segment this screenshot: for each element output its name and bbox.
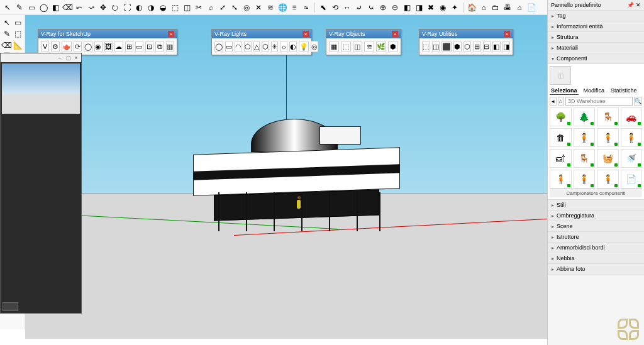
vray-button[interactable]: ◯ [84, 41, 92, 52]
vray-button[interactable]: 🫖 [62, 41, 72, 52]
toolbar-button[interactable]: ✎ [14, 3, 25, 13]
toolbar-button[interactable]: ⌫ [62, 3, 72, 13]
close-icon[interactable]: × [168, 31, 174, 37]
viewport-3d[interactable]: V-Ray for SketchUp × V⚙🫖⟳◯◉🖼☁⊞▭⊡⧉▥ V-Ray… [25, 15, 547, 339]
vray-button[interactable]: ⬚ [422, 41, 430, 52]
vray-button[interactable]: ⬢ [388, 41, 398, 52]
toolbar-button[interactable]: ◫ [182, 3, 192, 13]
nav-back-icon[interactable]: ◂ [550, 97, 557, 106]
render-preview[interactable] [2, 63, 80, 114]
toolbar-button[interactable]: ◎ [242, 3, 252, 13]
component-thumb[interactable]: 🌲 [574, 107, 596, 126]
component-thumb[interactable]: 🌳 [550, 107, 572, 126]
toolbar-button[interactable]: ⊕ [378, 3, 388, 13]
vray-button[interactable]: ▦ [329, 41, 339, 52]
vray-button[interactable]: ▭ [225, 41, 233, 52]
toolbar-button[interactable]: ◒ [158, 3, 168, 13]
toolbar-button[interactable]: ⤾ [354, 3, 364, 13]
toolbar-button[interactable]: ≋ [265, 3, 275, 13]
toolbar-button[interactable]: ◉ [438, 3, 448, 13]
vray-button[interactable]: ✳ [271, 41, 278, 52]
toolbar-button[interactable]: ◯ [38, 3, 48, 13]
vray-utilities-toolbar[interactable]: V-Ray Utilities × ⬚◫⬛⬢⬡⊞⊟◧◨ [419, 29, 513, 55]
accordion-item[interactable]: Abbina foto [548, 264, 644, 275]
accordion-item[interactable]: Stili [548, 200, 644, 211]
vray-button[interactable]: ◯ [214, 41, 223, 52]
vray-button[interactable]: ⬠ [244, 41, 252, 52]
accordion-item[interactable]: Informazioni entità [548, 21, 644, 32]
accordion-item[interactable]: Materiali [548, 43, 644, 53]
component-thumb[interactable]: 🛋 [550, 149, 572, 168]
close-icon[interactable]: × [504, 31, 510, 37]
component-thumb[interactable]: 🧍 [574, 170, 596, 189]
vray-objects-toolbar[interactable]: V-Ray Objects × ▦⬚◫≋🌿⬢ [326, 29, 401, 55]
tool-button[interactable]: 📐 [13, 40, 23, 50]
toolbar-button[interactable]: ⊖ [390, 3, 400, 13]
vray-button[interactable]: ◎ [311, 41, 318, 52]
component-thumb[interactable]: 🚗 [621, 107, 643, 126]
vray-button[interactable]: ◠ [235, 41, 242, 52]
toolbar-button[interactable]: ⛶ [122, 3, 132, 13]
toolbar-button[interactable]: ⟲ [330, 3, 340, 13]
component-thumb[interactable]: 🪑 [597, 107, 619, 126]
accordion-item[interactable]: Struttura [548, 32, 644, 43]
component-search-input[interactable] [565, 97, 633, 106]
toolbar-button[interactable]: ✥ [98, 3, 108, 13]
toolbar-button[interactable]: 🗀 [491, 3, 501, 13]
vray-button[interactable]: ⬛ [441, 41, 452, 52]
close-icon[interactable]: × [303, 31, 309, 37]
accordion-item[interactable]: Tag [548, 11, 644, 21]
vray-lights-toolbar[interactable]: V-Ray Lights × ◯▭◠⬠△⬡✳☼◐💡◎ [211, 29, 312, 55]
fb-titlebar[interactable]: – ◻ × [1, 53, 81, 62]
toolbar-button[interactable]: ⌕ [206, 3, 216, 13]
toolbar-button[interactable]: ≡ [289, 3, 299, 13]
component-thumb[interactable]: 🧺 [597, 149, 619, 168]
toolbar-button[interactable]: ⤺ [74, 3, 84, 13]
toolbar-button[interactable]: ✂ [194, 3, 204, 13]
vray-button[interactable]: ⚙ [51, 41, 59, 52]
toolbar-button[interactable]: ✕ [253, 3, 264, 13]
component-thumb[interactable]: 📄 [621, 170, 643, 189]
tool-button[interactable]: ⬚ [13, 29, 23, 39]
toolbar-button[interactable]: ✦ [450, 3, 460, 13]
close-icon[interactable]: × [73, 55, 79, 61]
vray-button[interactable]: ⧉ [155, 41, 164, 52]
component-thumb[interactable]: 🚿 [621, 149, 643, 168]
toolbar-button[interactable]: ⤿ [366, 3, 376, 13]
component-thumb[interactable]: 🗑 [550, 128, 572, 147]
accordion-item[interactable]: Ombreggiatura [548, 211, 644, 221]
toolbar-button[interactable]: ⤻ [86, 3, 96, 13]
vray-button[interactable]: ⬡ [464, 41, 472, 52]
tab-edit[interactable]: Modifica [582, 87, 606, 95]
vray-button[interactable]: ☼ [280, 41, 287, 52]
tool-button[interactable]: ✎ [2, 29, 12, 39]
panel-titlebar[interactable]: V-Ray Utilities × [419, 30, 513, 38]
vray-button[interactable]: ◐ [289, 41, 297, 52]
toolbar-button[interactable]: ⌂ [514, 3, 525, 13]
toolbar-button[interactable]: ⬉ [318, 3, 328, 13]
vray-button[interactable]: ⊟ [483, 41, 491, 52]
toolbar-button[interactable]: ◧ [50, 3, 60, 13]
tab-stats[interactable]: Statistiche [609, 87, 638, 95]
toolbar-button[interactable]: ◧ [402, 3, 412, 13]
accordion-item[interactable]: Ammorbidisci bordi [548, 243, 644, 253]
vray-button[interactable]: ◫ [432, 41, 440, 52]
toolbar-button[interactable]: 🖶 [502, 3, 513, 13]
accordion-item[interactable]: Nebbia [548, 253, 644, 264]
vray-button[interactable]: ◧ [492, 41, 501, 52]
home-icon[interactable]: ⌂ [558, 97, 565, 106]
vray-button[interactable]: 🖼 [104, 41, 113, 52]
accordion-components[interactable]: Componenti [548, 53, 644, 64]
vray-button[interactable]: ◉ [94, 41, 103, 52]
scale-figure[interactable] [297, 196, 302, 210]
vray-button[interactable]: ☁ [114, 41, 123, 52]
component-sampler-label[interactable]: Campionatore componenti [550, 189, 642, 197]
maximize-icon[interactable]: ◻ [65, 55, 71, 61]
toolbar-button[interactable]: ◑ [146, 3, 156, 13]
vray-button[interactable]: ⊞ [473, 41, 481, 52]
toolbar-button[interactable]: ✖ [426, 3, 436, 13]
tab-select[interactable]: Seleziona [550, 87, 579, 95]
vray-sketchup-toolbar[interactable]: V-Ray for SketchUp × V⚙🫖⟳◯◉🖼☁⊞▭⊡⧉▥ [38, 29, 177, 55]
vray-button[interactable]: ◫ [353, 41, 363, 52]
close-icon[interactable]: × [392, 31, 398, 37]
